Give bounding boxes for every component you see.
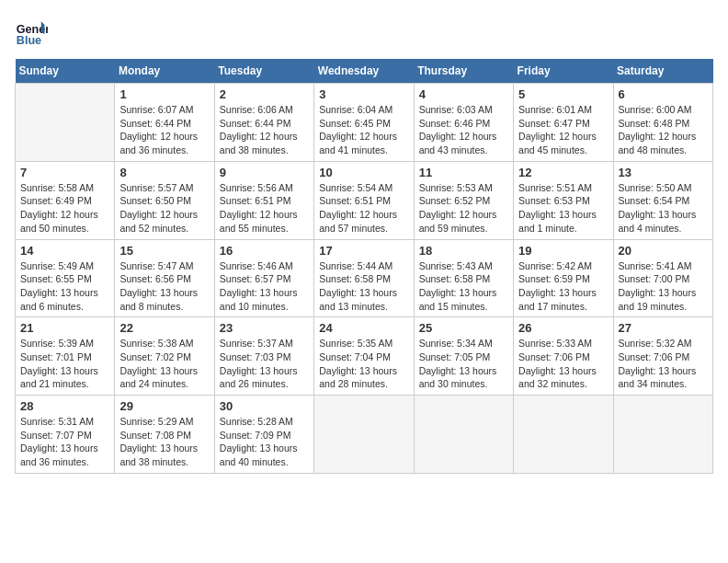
day-number: 30: [220, 399, 309, 413]
day-info: Sunrise: 5:39 AM Sunset: 7:01 PM Dayligh…: [20, 337, 109, 391]
calendar-cell: 7Sunrise: 5:58 AM Sunset: 6:49 PM Daylig…: [16, 161, 115, 239]
calendar-cell: 22Sunrise: 5:38 AM Sunset: 7:02 PM Dayli…: [115, 317, 214, 396]
calendar-cell: 12Sunrise: 5:51 AM Sunset: 6:53 PM Dayli…: [514, 161, 613, 239]
header-sunday: Sunday: [16, 59, 115, 84]
day-number: 10: [319, 166, 408, 179]
day-number: 7: [20, 166, 109, 179]
calendar-cell: 28Sunrise: 5:31 AM Sunset: 7:07 PM Dayli…: [16, 396, 115, 474]
day-info: Sunrise: 5:47 AM Sunset: 6:56 PM Dayligh…: [119, 259, 209, 314]
day-number: 21: [20, 321, 109, 335]
day-number: 25: [419, 321, 508, 335]
day-info: Sunrise: 5:50 AM Sunset: 6:54 PM Dayligh…: [619, 181, 708, 236]
day-number: 16: [220, 244, 309, 258]
day-number: 14: [20, 244, 109, 258]
day-info: Sunrise: 5:42 AM Sunset: 6:59 PM Dayligh…: [518, 259, 608, 314]
day-info: Sunrise: 5:33 AM Sunset: 7:06 PM Dayligh…: [518, 337, 608, 391]
header-wednesday: Wednesday: [314, 59, 414, 84]
day-number: 8: [119, 166, 209, 179]
calendar-week-row: 7Sunrise: 5:58 AM Sunset: 6:49 PM Daylig…: [16, 161, 713, 239]
calendar-cell: 15Sunrise: 5:47 AM Sunset: 6:56 PM Dayli…: [115, 239, 214, 317]
day-number: 3: [319, 87, 408, 101]
calendar-cell: 10Sunrise: 5:54 AM Sunset: 6:51 PM Dayli…: [314, 161, 414, 239]
day-info: Sunrise: 5:57 AM Sunset: 6:50 PM Dayligh…: [119, 181, 209, 236]
calendar-cell: 29Sunrise: 5:29 AM Sunset: 7:08 PM Dayli…: [115, 396, 214, 474]
calendar-cell: 27Sunrise: 5:32 AM Sunset: 7:06 PM Dayli…: [613, 317, 712, 396]
day-number: 2: [220, 87, 309, 101]
day-number: 13: [619, 166, 708, 179]
day-info: Sunrise: 5:53 AM Sunset: 6:52 PM Dayligh…: [419, 181, 508, 236]
day-info: Sunrise: 5:35 AM Sunset: 7:04 PM Dayligh…: [319, 337, 408, 391]
calendar-cell: 13Sunrise: 5:50 AM Sunset: 6:54 PM Dayli…: [613, 161, 712, 239]
calendar-cell: 2Sunrise: 6:06 AM Sunset: 6:44 PM Daylig…: [214, 84, 313, 162]
day-info: Sunrise: 5:56 AM Sunset: 6:51 PM Dayligh…: [220, 181, 309, 236]
calendar-cell: 14Sunrise: 5:49 AM Sunset: 6:55 PM Dayli…: [16, 239, 115, 317]
day-info: Sunrise: 5:31 AM Sunset: 7:07 PM Dayligh…: [20, 415, 109, 469]
calendar-cell: [16, 84, 115, 162]
day-info: Sunrise: 6:00 AM Sunset: 6:48 PM Dayligh…: [619, 103, 708, 157]
calendar-cell: 24Sunrise: 5:35 AM Sunset: 7:04 PM Dayli…: [314, 317, 414, 396]
day-info: Sunrise: 6:07 AM Sunset: 6:44 PM Dayligh…: [119, 103, 209, 157]
calendar-week-row: 28Sunrise: 5:31 AM Sunset: 7:07 PM Dayli…: [16, 396, 713, 474]
day-info: Sunrise: 5:46 AM Sunset: 6:57 PM Dayligh…: [220, 259, 309, 314]
day-info: Sunrise: 5:54 AM Sunset: 6:51 PM Dayligh…: [319, 181, 408, 236]
day-number: 28: [20, 399, 109, 413]
day-info: Sunrise: 5:44 AM Sunset: 6:58 PM Dayligh…: [319, 259, 408, 314]
page-header: General Blue: [15, 15, 713, 48]
calendar-cell: 9Sunrise: 5:56 AM Sunset: 6:51 PM Daylig…: [214, 161, 313, 239]
calendar-cell: 4Sunrise: 6:03 AM Sunset: 6:46 PM Daylig…: [414, 84, 513, 162]
day-number: 6: [619, 87, 708, 101]
calendar-cell: [314, 396, 414, 474]
header-monday: Monday: [115, 59, 214, 84]
calendar-cell: 3Sunrise: 6:04 AM Sunset: 6:45 PM Daylig…: [314, 84, 414, 162]
day-number: 12: [518, 166, 608, 179]
day-number: 19: [518, 244, 608, 258]
day-number: 20: [619, 244, 708, 258]
calendar-cell: 25Sunrise: 5:34 AM Sunset: 7:05 PM Dayli…: [414, 317, 513, 396]
header-tuesday: Tuesday: [214, 59, 313, 84]
day-info: Sunrise: 5:58 AM Sunset: 6:49 PM Dayligh…: [20, 181, 109, 236]
calendar-cell: 16Sunrise: 5:46 AM Sunset: 6:57 PM Dayli…: [214, 239, 313, 317]
calendar-cell: 20Sunrise: 5:41 AM Sunset: 7:00 PM Dayli…: [613, 239, 712, 317]
calendar-cell: [414, 396, 513, 474]
day-info: Sunrise: 5:37 AM Sunset: 7:03 PM Dayligh…: [220, 337, 309, 391]
header-saturday: Saturday: [613, 59, 712, 84]
header-friday: Friday: [514, 59, 613, 84]
calendar-cell: 1Sunrise: 6:07 AM Sunset: 6:44 PM Daylig…: [115, 84, 214, 162]
calendar-cell: 6Sunrise: 6:00 AM Sunset: 6:48 PM Daylig…: [613, 84, 712, 162]
calendar-cell: [613, 396, 712, 474]
day-info: Sunrise: 5:29 AM Sunset: 7:08 PM Dayligh…: [119, 415, 209, 469]
calendar-cell: 23Sunrise: 5:37 AM Sunset: 7:03 PM Dayli…: [214, 317, 313, 396]
day-info: Sunrise: 5:38 AM Sunset: 7:02 PM Dayligh…: [119, 337, 209, 391]
svg-text:Blue: Blue: [17, 34, 41, 47]
day-number: 1: [119, 87, 209, 101]
logo: General Blue: [15, 15, 48, 48]
calendar-cell: 5Sunrise: 6:01 AM Sunset: 6:47 PM Daylig…: [514, 84, 613, 162]
calendar-cell: 21Sunrise: 5:39 AM Sunset: 7:01 PM Dayli…: [16, 317, 115, 396]
calendar-header-row: SundayMondayTuesdayWednesdayThursdayFrid…: [16, 59, 713, 84]
day-number: 5: [518, 87, 608, 101]
calendar-week-row: 1Sunrise: 6:07 AM Sunset: 6:44 PM Daylig…: [16, 84, 713, 162]
day-number: 23: [220, 321, 309, 335]
day-info: Sunrise: 6:03 AM Sunset: 6:46 PM Dayligh…: [419, 103, 508, 157]
logo-icon: General Blue: [15, 15, 48, 48]
calendar-table: SundayMondayTuesdayWednesdayThursdayFrid…: [15, 59, 713, 474]
calendar-cell: 30Sunrise: 5:28 AM Sunset: 7:09 PM Dayli…: [214, 396, 313, 474]
day-info: Sunrise: 5:41 AM Sunset: 7:00 PM Dayligh…: [619, 259, 708, 314]
day-number: 15: [119, 244, 209, 258]
calendar-cell: 18Sunrise: 5:43 AM Sunset: 6:58 PM Dayli…: [414, 239, 513, 317]
day-number: 24: [319, 321, 408, 335]
day-info: Sunrise: 5:43 AM Sunset: 6:58 PM Dayligh…: [419, 259, 508, 314]
day-number: 18: [419, 244, 508, 258]
day-info: Sunrise: 5:49 AM Sunset: 6:55 PM Dayligh…: [20, 259, 109, 314]
calendar-week-row: 14Sunrise: 5:49 AM Sunset: 6:55 PM Dayli…: [16, 239, 713, 317]
calendar-cell: [514, 396, 613, 474]
calendar-cell: 8Sunrise: 5:57 AM Sunset: 6:50 PM Daylig…: [115, 161, 214, 239]
day-info: Sunrise: 5:28 AM Sunset: 7:09 PM Dayligh…: [220, 415, 309, 469]
day-number: 26: [518, 321, 608, 335]
day-info: Sunrise: 6:04 AM Sunset: 6:45 PM Dayligh…: [319, 103, 408, 157]
day-number: 17: [319, 244, 408, 258]
day-number: 29: [119, 399, 209, 413]
day-number: 27: [619, 321, 708, 335]
day-info: Sunrise: 5:34 AM Sunset: 7:05 PM Dayligh…: [419, 337, 508, 391]
calendar-cell: 19Sunrise: 5:42 AM Sunset: 6:59 PM Dayli…: [514, 239, 613, 317]
